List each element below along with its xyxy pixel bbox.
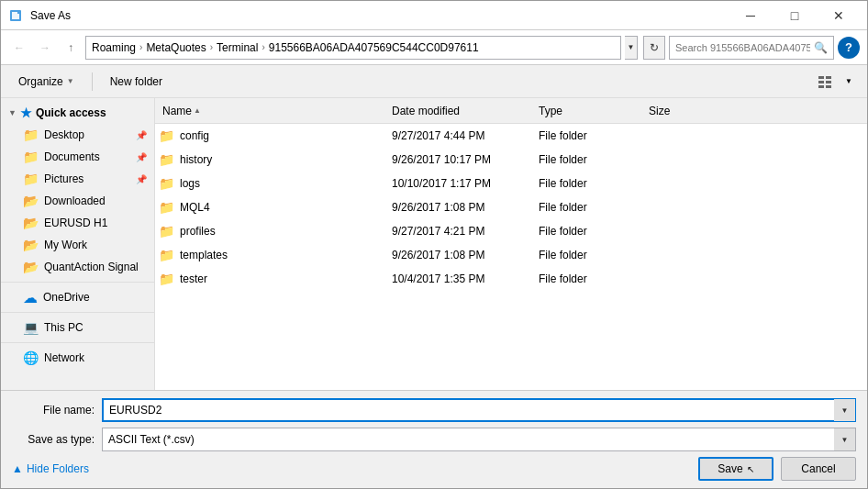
save-button[interactable]: Save ↖ [698, 457, 773, 481]
table-row[interactable]: 📁 templates 9/26/2017 1:08 PM File folde… [155, 243, 867, 267]
refresh-button[interactable]: ↻ [643, 36, 665, 60]
svg-rect-7 [818, 85, 824, 88]
sidebar-item-thispc[interactable]: 💻 This PC [1, 317, 154, 339]
pictures-folder-icon: 📁 [23, 172, 39, 186]
search-icon: 🔍 [814, 41, 828, 54]
savetype-label: Save as type: [12, 433, 95, 446]
svg-rect-4 [826, 76, 831, 79]
address-bar: ← → ↑ Roaming › MetaQuotes › Terminal › … [1, 30, 867, 65]
file-folder-icon: 📁 [159, 272, 174, 286]
address-path[interactable]: Roaming › MetaQuotes › Terminal › 915566… [85, 36, 621, 60]
file-folder-icon: 📁 [159, 176, 174, 191]
file-name: tester [180, 272, 207, 285]
sidebar: ▼ ★ Quick access 📁 Desktop 📌 📁 Documents… [1, 98, 155, 390]
file-date: 10/4/2017 1:35 PM [388, 272, 535, 285]
col-header-name[interactable]: Name ▲ [159, 105, 388, 117]
file-type: File folder [535, 249, 645, 261]
file-name: MQL4 [180, 201, 210, 214]
view-list-button[interactable] [814, 71, 836, 93]
save-cursor-icon: ↖ [747, 464, 754, 474]
table-row[interactable]: 📁 history 9/26/2017 10:17 PM File folder [155, 148, 867, 172]
sidebar-item-eurusd[interactable]: 📂 EURUSD H1 [1, 212, 154, 234]
search-input[interactable] [675, 42, 810, 53]
new-folder-button[interactable]: New folder [100, 70, 172, 94]
path-guid: 915566BA06ADA407569C544CC0D97611 [269, 41, 479, 54]
title-bar: Save As ─ □ ✕ [1, 1, 867, 30]
filename-input[interactable] [102, 398, 856, 422]
col-header-date[interactable]: Date modified [388, 105, 535, 117]
minimize-button[interactable]: ─ [729, 1, 772, 30]
desktop-folder-icon: 📁 [23, 128, 39, 142]
table-row[interactable]: 📁 MQL4 9/26/2017 1:08 PM File folder [155, 195, 867, 219]
dialog-title: Save As [30, 9, 729, 22]
file-name: profiles [180, 225, 216, 238]
name-sort-icon: ▲ [194, 106, 201, 115]
sidebar-item-documents[interactable]: 📁 Documents 📌 [1, 146, 154, 168]
up-button[interactable]: ↑ [60, 37, 82, 59]
table-row[interactable]: 📁 logs 10/10/2017 1:17 PM File folder [155, 172, 867, 195]
file-type: File folder [535, 129, 645, 142]
list-view-icon [818, 75, 831, 88]
help-button[interactable]: ? [838, 37, 860, 59]
toolbar-separator [92, 72, 93, 91]
path-metaquotes: MetaQuotes [146, 41, 206, 54]
network-icon: 🌐 [23, 350, 39, 365]
table-row[interactable]: 📁 profiles 9/27/2017 4:21 PM File folder [155, 219, 867, 243]
file-folder-icon: 📁 [159, 224, 174, 239]
savetype-select[interactable]: ASCII Text (*.csv) CSV (Comma delimited)… [102, 428, 856, 451]
address-dropdown[interactable]: ▼ [625, 36, 638, 60]
sidebar-divider-1 [1, 282, 154, 283]
view-dropdown-button[interactable]: ▼ [838, 71, 860, 93]
sidebar-item-downloaded[interactable]: 📂 Downloaded [1, 190, 154, 212]
maximize-button[interactable]: □ [773, 1, 816, 30]
file-date: 9/27/2017 4:44 PM [388, 129, 535, 142]
sidebar-item-mywork[interactable]: 📂 My Work [1, 234, 154, 256]
desktop-pin-icon: 📌 [136, 130, 147, 140]
filename-label: File name: [12, 404, 95, 417]
organize-button[interactable]: Organize ▼ [8, 70, 84, 94]
table-row[interactable]: 📁 tester 10/4/2017 1:35 PM File folder [155, 267, 867, 291]
sidebar-item-pictures[interactable]: 📁 Pictures 📌 [1, 168, 154, 190]
pictures-pin-icon: 📌 [136, 174, 147, 184]
save-as-dialog: Save As ─ □ ✕ ← → ↑ Roaming › MetaQuotes… [0, 0, 868, 489]
search-box[interactable]: 🔍 [669, 36, 834, 60]
file-name: logs [180, 177, 200, 190]
sidebar-item-quantaction[interactable]: 📂 QuantAction Signal [1, 256, 154, 278]
pc-icon: 💻 [23, 320, 39, 335]
cancel-button[interactable]: Cancel [781, 457, 856, 481]
file-date: 9/26/2017 10:17 PM [388, 153, 535, 166]
file-type: File folder [535, 153, 645, 166]
col-header-size[interactable]: Size [645, 105, 718, 117]
hide-folders-chevron-icon: ▲ [12, 462, 23, 475]
view-dropdown-icon: ▼ [845, 77, 852, 85]
back-button[interactable]: ← [8, 37, 30, 59]
sidebar-item-network[interactable]: 🌐 Network [1, 347, 154, 369]
table-row[interactable]: 📁 config 9/27/2017 4:44 PM File folder [155, 124, 867, 148]
file-folder-icon: 📁 [159, 200, 174, 215]
eurusd-folder-icon: 📂 [23, 216, 39, 230]
sidebar-section-quick-access[interactable]: ▼ ★ Quick access [1, 102, 154, 124]
quick-access-star-icon: ★ [20, 106, 32, 120]
sidebar-divider-3 [1, 342, 154, 343]
sidebar-item-desktop[interactable]: 📁 Desktop 📌 [1, 124, 154, 146]
onedrive-icon: ☁ [23, 289, 38, 306]
savetype-row: Save as type: ASCII Text (*.csv) CSV (Co… [12, 428, 856, 451]
svg-rect-5 [818, 81, 824, 83]
action-row: ▲ Hide Folders Save ↖ Cancel [12, 457, 856, 481]
file-rows-container: 📁 config 9/27/2017 4:44 PM File folder 📁… [155, 124, 867, 291]
col-header-type[interactable]: Type [535, 105, 645, 117]
file-date: 9/26/2017 1:08 PM [388, 249, 535, 261]
downloaded-folder-icon: 📂 [23, 194, 39, 208]
view-controls: ▼ [814, 71, 860, 93]
file-name: history [180, 153, 212, 166]
sidebar-divider-2 [1, 312, 154, 313]
filename-row: File name: ▼ [12, 398, 856, 422]
close-button[interactable]: ✕ [818, 1, 860, 30]
hide-folders-button[interactable]: ▲ Hide Folders [12, 462, 89, 475]
sidebar-item-onedrive[interactable]: ☁ OneDrive [1, 286, 154, 308]
file-type: File folder [535, 177, 645, 190]
file-list-header: Name ▲ Date modified Type Size [155, 98, 867, 124]
file-date: 9/26/2017 1:08 PM [388, 201, 535, 214]
forward-button[interactable]: → [34, 37, 56, 59]
file-folder-icon: 📁 [159, 248, 174, 262]
